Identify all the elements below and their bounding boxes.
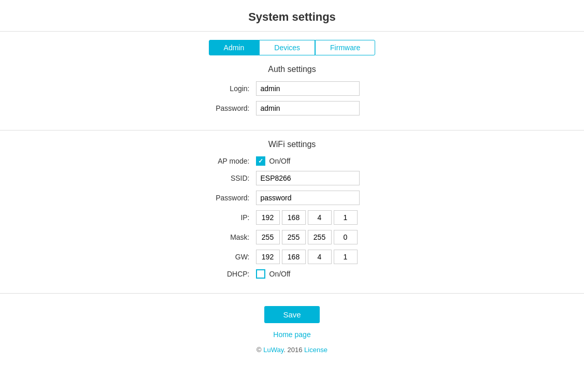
tab-devices[interactable]: Devices xyxy=(259,40,315,55)
ip-octet-4[interactable] xyxy=(334,210,358,225)
dhcp-text: On/Off xyxy=(269,270,291,278)
auth-password-input[interactable] xyxy=(256,101,360,115)
tab-firmware[interactable]: Firmware xyxy=(315,40,375,55)
login-row: Login: xyxy=(204,81,380,96)
mask-row: Mask: xyxy=(204,230,380,244)
gw-octet-3[interactable] xyxy=(308,250,332,264)
gw-octet-1[interactable] xyxy=(256,250,280,264)
ip-label: IP: xyxy=(204,213,256,222)
login-label: Login: xyxy=(204,84,256,93)
dhcp-checkbox[interactable] xyxy=(256,269,265,279)
dhcp-checkbox-row: On/Off xyxy=(256,269,291,279)
ssid-label: SSID: xyxy=(204,174,256,182)
year-text: . 2016 xyxy=(283,346,304,354)
footer-section: Save Home page © LuWay. 2016 License xyxy=(0,294,584,362)
wifi-password-row: Password: xyxy=(204,191,380,205)
ip-octet-3[interactable] xyxy=(308,210,332,225)
save-button[interactable]: Save xyxy=(264,306,319,323)
license-link[interactable]: License xyxy=(304,346,327,354)
ap-mode-row: AP mode: On/Off xyxy=(204,156,380,166)
mask-label: Mask: xyxy=(204,233,256,241)
ip-octet-1[interactable] xyxy=(256,210,280,225)
auth-password-row: Password: xyxy=(204,101,380,115)
tabs-row: Admin Devices Firmware xyxy=(0,40,584,55)
ssid-row: SSID: xyxy=(204,171,380,185)
gw-octet-2[interactable] xyxy=(282,250,306,264)
copyright: © LuWay. 2016 License xyxy=(257,346,327,354)
wifi-settings-section: WiFi settings AP mode: On/Off SSID: Pass… xyxy=(0,130,584,294)
wifi-password-input[interactable] xyxy=(256,191,360,205)
home-page-link[interactable]: Home page xyxy=(273,330,310,339)
gw-group xyxy=(256,250,358,264)
gw-octet-4[interactable] xyxy=(334,250,358,264)
ip-group xyxy=(256,210,358,225)
gw-row: GW: xyxy=(204,250,380,264)
ap-mode-label: AP mode: xyxy=(204,157,256,165)
dhcp-label: DHCP: xyxy=(204,270,256,278)
wifi-password-label: Password: xyxy=(204,194,256,202)
mask-octet-3[interactable] xyxy=(308,230,332,244)
mask-group xyxy=(256,230,358,244)
auth-settings-title: Auth settings xyxy=(268,65,316,74)
wifi-settings-title: WiFi settings xyxy=(268,140,316,149)
mask-octet-1[interactable] xyxy=(256,230,280,244)
ip-octet-2[interactable] xyxy=(282,210,306,225)
brand-link[interactable]: LuWay xyxy=(263,346,283,354)
gw-label: GW: xyxy=(204,253,256,261)
ap-mode-checkbox-row: On/Off xyxy=(256,156,291,166)
copyright-symbol: © xyxy=(257,346,263,354)
page-title: System settings xyxy=(0,0,584,32)
auth-password-label: Password: xyxy=(204,104,256,112)
dhcp-row: DHCP: On/Off xyxy=(204,269,380,279)
mask-octet-2[interactable] xyxy=(282,230,306,244)
tab-admin[interactable]: Admin xyxy=(209,40,260,55)
mask-octet-4[interactable] xyxy=(334,230,358,244)
ap-mode-checkbox[interactable] xyxy=(256,156,265,166)
ssid-input[interactable] xyxy=(256,171,360,185)
ap-mode-text: On/Off xyxy=(269,157,291,165)
login-input[interactable] xyxy=(256,81,360,96)
ip-row: IP: xyxy=(204,210,380,225)
auth-settings-section: Auth settings Login: Password: xyxy=(0,55,584,130)
